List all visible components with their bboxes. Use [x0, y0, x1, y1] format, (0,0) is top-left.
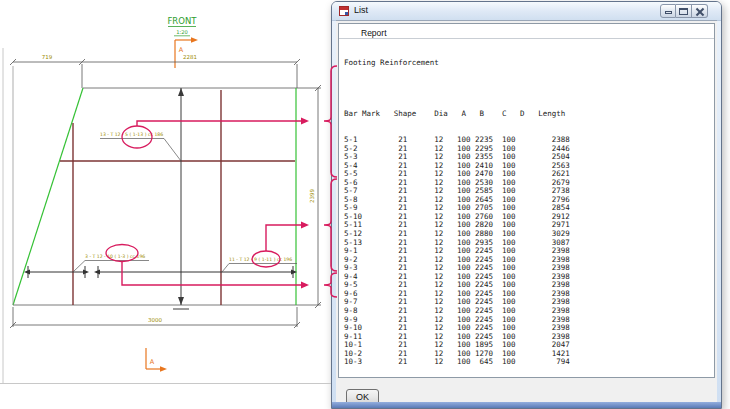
dimension-right — [315, 85, 321, 308]
list-app-icon — [339, 6, 349, 16]
list-window: List Report Footing Reinforcement Bar Ma… — [331, 1, 722, 409]
dim-2399: 2399 — [309, 189, 315, 203]
section-marker-top — [175, 37, 198, 68]
report-header-row: Bar Mark Shape Dia A B C D Length — [344, 110, 712, 119]
report-row: 10-3 21 12 100 645 100 794 — [344, 358, 712, 367]
view-title-block: FRONT 1:20 — [167, 16, 197, 36]
window-title: List — [354, 5, 368, 15]
ellipse-mark10 — [106, 245, 138, 262]
bar-label-10: 3 - T 12 - 10 ( 1-3 ) cc 196 — [85, 254, 145, 259]
report-blank-line — [344, 85, 712, 94]
dimension-top — [10, 59, 300, 88]
annotation-ellipses — [106, 126, 280, 267]
report-heading: Footing Reinforcement — [344, 59, 712, 68]
bar-label-10-group: 3 - T 12 - 10 ( 1-3 ) cc 196 — [73, 254, 149, 272]
bar-label-5-group: 13 - T 12 - 5 ( 1-13 ) cc 186 — [100, 132, 181, 161]
ellipse-mark5 — [122, 126, 152, 148]
bar-label-9: 11 - T 12 - 9 ( 1-11 ) cc 196 — [229, 257, 292, 262]
titlebar[interactable]: List — [332, 2, 721, 21]
view-scale: 1:20 — [176, 29, 188, 35]
rebar-lines — [60, 90, 295, 305]
footing-outline — [13, 66, 321, 305]
maximize-button[interactable] — [676, 4, 692, 18]
dim-2281: 2281 — [183, 54, 197, 60]
canvas-border — [0, 48, 331, 384]
report-rows: 5-1 21 12 100 2235 100 23885-2 21 12 100… — [344, 136, 712, 367]
report-content: Footing Reinforcement Bar Mark Shape Dia… — [344, 42, 712, 384]
bar-label-9-group: 11 - T 12 - 9 ( 1-11 ) cc 196 — [222, 257, 297, 272]
annotation-arrows — [122, 118, 309, 289]
screen: List Report Footing Reinforcement Bar Ma… — [0, 0, 730, 409]
menu-separator — [339, 38, 714, 39]
dialog-bottom-frame — [332, 402, 721, 408]
excavation-slope-line — [13, 88, 83, 305]
caption-buttons — [660, 4, 709, 18]
bottom-bar-mark10 — [24, 266, 89, 278]
report-panel: Report Footing Reinforcement Bar Mark Sh… — [338, 23, 715, 378]
bottom-bar-mark9 — [94, 266, 297, 278]
close-icon — [696, 8, 704, 16]
section-axis — [173, 88, 189, 309]
maximize-icon — [679, 8, 688, 15]
close-button[interactable] — [692, 4, 708, 18]
dialog-client-area: Report Footing Reinforcement Bar Mark Sh… — [336, 20, 717, 402]
dim-719: 719 — [42, 54, 53, 60]
bar-label-5: 13 - T 12 - 5 ( 1-13 ) cc 186 — [100, 132, 163, 137]
dim-3000: 3000 — [148, 317, 162, 323]
view-title: FRONT — [167, 16, 197, 26]
section-marker-top-label: A — [179, 46, 184, 54]
dimension-bottom — [10, 307, 300, 328]
ellipse-mark9 — [252, 251, 280, 267]
section-marker-bottom — [146, 348, 167, 372]
minimize-icon — [665, 11, 672, 14]
minimize-button[interactable] — [660, 4, 676, 18]
section-marker-bottom-label: A — [150, 358, 155, 366]
